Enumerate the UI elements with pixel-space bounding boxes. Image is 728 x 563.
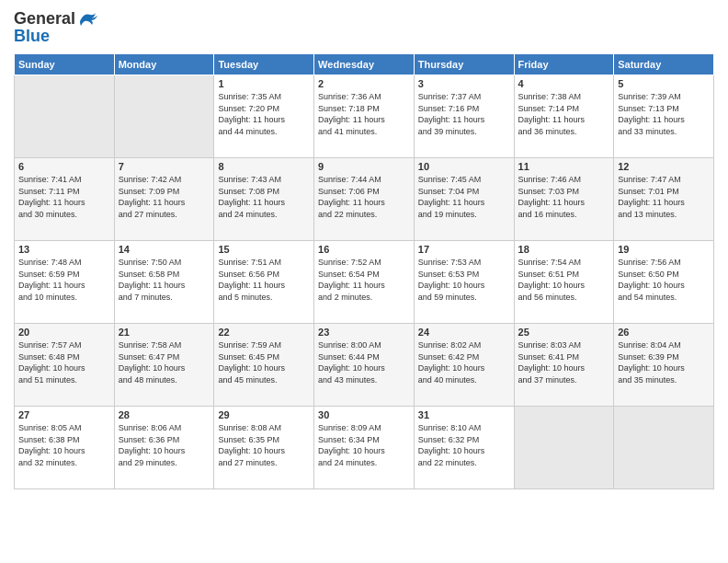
day-number: 18: [518, 244, 610, 255]
day-info: Sunrise: 8:02 AM Sunset: 6:42 PM Dayligh…: [418, 339, 510, 385]
day-number: 20: [18, 327, 110, 338]
calendar-cell: 13Sunrise: 7:48 AM Sunset: 6:59 PM Dayli…: [15, 241, 115, 324]
calendar-table: SundayMondayTuesdayWednesdayThursdayFrid…: [14, 53, 714, 489]
calendar-week-row: 13Sunrise: 7:48 AM Sunset: 6:59 PM Dayli…: [15, 241, 714, 324]
day-number: 10: [418, 161, 510, 172]
calendar-cell: 2Sunrise: 7:36 AM Sunset: 7:18 PM Daylig…: [314, 75, 415, 158]
day-info: Sunrise: 8:08 AM Sunset: 6:35 PM Dayligh…: [218, 422, 310, 468]
day-number: 17: [418, 244, 510, 255]
weekday-header-row: SundayMondayTuesdayWednesdayThursdayFrid…: [15, 54, 714, 75]
day-info: Sunrise: 7:52 AM Sunset: 6:54 PM Dayligh…: [318, 257, 410, 303]
day-info: Sunrise: 7:51 AM Sunset: 6:56 PM Dayligh…: [218, 257, 310, 303]
header: General Blue: [14, 9, 714, 46]
calendar-cell: 8Sunrise: 7:43 AM Sunset: 7:08 PM Daylig…: [214, 158, 314, 241]
day-info: Sunrise: 7:48 AM Sunset: 6:59 PM Dayligh…: [18, 257, 110, 303]
calendar-cell: 27Sunrise: 8:05 AM Sunset: 6:38 PM Dayli…: [15, 407, 115, 489]
day-info: Sunrise: 8:03 AM Sunset: 6:41 PM Dayligh…: [518, 339, 610, 385]
day-number: 8: [218, 161, 310, 172]
day-info: Sunrise: 7:39 AM Sunset: 7:13 PM Dayligh…: [618, 91, 710, 137]
calendar-cell: 9Sunrise: 7:44 AM Sunset: 7:06 PM Daylig…: [314, 158, 415, 241]
calendar-cell: 10Sunrise: 7:45 AM Sunset: 7:04 PM Dayli…: [414, 158, 514, 241]
day-number: 13: [18, 244, 110, 255]
day-number: 7: [119, 161, 210, 172]
day-info: Sunrise: 7:46 AM Sunset: 7:03 PM Dayligh…: [518, 174, 610, 220]
logo: General Blue: [14, 9, 97, 46]
calendar-cell: 11Sunrise: 7:46 AM Sunset: 7:03 PM Dayli…: [514, 158, 614, 241]
calendar-cell: 18Sunrise: 7:54 AM Sunset: 6:51 PM Dayli…: [514, 241, 614, 324]
day-info: Sunrise: 7:38 AM Sunset: 7:14 PM Dayligh…: [518, 91, 610, 137]
calendar-cell: 29Sunrise: 8:08 AM Sunset: 6:35 PM Dayli…: [214, 407, 314, 489]
calendar-cell: [614, 407, 714, 489]
day-info: Sunrise: 8:10 AM Sunset: 6:32 PM Dayligh…: [418, 422, 510, 468]
weekday-header-monday: Monday: [114, 54, 214, 75]
calendar-cell: 19Sunrise: 7:56 AM Sunset: 6:50 PM Dayli…: [614, 241, 714, 324]
weekday-header-sunday: Sunday: [15, 54, 115, 75]
calendar-week-row: 27Sunrise: 8:05 AM Sunset: 6:38 PM Dayli…: [15, 407, 714, 489]
day-number: 1: [218, 78, 310, 89]
calendar-cell: 1Sunrise: 7:35 AM Sunset: 7:20 PM Daylig…: [214, 75, 314, 158]
calendar-cell: 28Sunrise: 8:06 AM Sunset: 6:36 PM Dayli…: [114, 407, 214, 489]
day-info: Sunrise: 8:06 AM Sunset: 6:36 PM Dayligh…: [119, 422, 210, 468]
calendar-cell: 6Sunrise: 7:41 AM Sunset: 7:11 PM Daylig…: [15, 158, 115, 241]
day-number: 26: [618, 327, 710, 338]
day-info: Sunrise: 8:04 AM Sunset: 6:39 PM Dayligh…: [618, 339, 710, 385]
calendar-cell: 21Sunrise: 7:58 AM Sunset: 6:47 PM Dayli…: [114, 324, 214, 407]
day-number: 21: [119, 327, 210, 338]
day-info: Sunrise: 7:56 AM Sunset: 6:50 PM Dayligh…: [618, 257, 710, 303]
calendar-cell: 7Sunrise: 7:42 AM Sunset: 7:09 PM Daylig…: [114, 158, 214, 241]
day-number: 15: [218, 244, 310, 255]
day-number: 19: [618, 244, 710, 255]
weekday-header-saturday: Saturday: [614, 54, 714, 75]
day-number: 22: [218, 327, 310, 338]
calendar-cell: [514, 407, 614, 489]
day-info: Sunrise: 7:53 AM Sunset: 6:53 PM Dayligh…: [418, 257, 510, 303]
weekday-header-thursday: Thursday: [414, 54, 514, 75]
calendar-cell: 22Sunrise: 7:59 AM Sunset: 6:45 PM Dayli…: [214, 324, 314, 407]
day-number: 12: [618, 161, 710, 172]
day-number: 23: [318, 327, 410, 338]
day-info: Sunrise: 8:00 AM Sunset: 6:44 PM Dayligh…: [318, 339, 410, 385]
logo-blue: Blue: [14, 27, 50, 46]
calendar-cell: 24Sunrise: 8:02 AM Sunset: 6:42 PM Dayli…: [414, 324, 514, 407]
page: General Blue SundayMondayTuesdayWednesda…: [0, 0, 728, 563]
logo-general: General: [14, 9, 75, 29]
logo-bird-icon: [77, 11, 97, 28]
day-number: 29: [218, 409, 310, 420]
calendar-cell: 3Sunrise: 7:37 AM Sunset: 7:16 PM Daylig…: [414, 75, 514, 158]
day-number: 31: [418, 409, 510, 420]
calendar-cell: 5Sunrise: 7:39 AM Sunset: 7:13 PM Daylig…: [614, 75, 714, 158]
day-number: 28: [119, 409, 210, 420]
day-number: 11: [518, 161, 610, 172]
calendar-cell: 17Sunrise: 7:53 AM Sunset: 6:53 PM Dayli…: [414, 241, 514, 324]
calendar-cell: [15, 75, 115, 158]
calendar-cell: 12Sunrise: 7:47 AM Sunset: 7:01 PM Dayli…: [614, 158, 714, 241]
day-number: 9: [318, 161, 410, 172]
day-info: Sunrise: 7:45 AM Sunset: 7:04 PM Dayligh…: [418, 174, 510, 220]
calendar-cell: 25Sunrise: 8:03 AM Sunset: 6:41 PM Dayli…: [514, 324, 614, 407]
day-info: Sunrise: 7:57 AM Sunset: 6:48 PM Dayligh…: [18, 339, 110, 385]
day-number: 14: [119, 244, 210, 255]
calendar-cell: 16Sunrise: 7:52 AM Sunset: 6:54 PM Dayli…: [314, 241, 415, 324]
day-info: Sunrise: 7:50 AM Sunset: 6:58 PM Dayligh…: [119, 257, 210, 303]
day-number: 25: [518, 327, 610, 338]
day-info: Sunrise: 8:09 AM Sunset: 6:34 PM Dayligh…: [318, 422, 410, 468]
day-number: 16: [318, 244, 410, 255]
day-number: 2: [318, 78, 410, 89]
day-info: Sunrise: 7:44 AM Sunset: 7:06 PM Dayligh…: [318, 174, 410, 220]
weekday-header-wednesday: Wednesday: [314, 54, 415, 75]
day-number: 5: [618, 78, 710, 89]
weekday-header-friday: Friday: [514, 54, 614, 75]
day-number: 27: [18, 409, 110, 420]
calendar-week-row: 6Sunrise: 7:41 AM Sunset: 7:11 PM Daylig…: [15, 158, 714, 241]
calendar-cell: 4Sunrise: 7:38 AM Sunset: 7:14 PM Daylig…: [514, 75, 614, 158]
weekday-header-tuesday: Tuesday: [214, 54, 314, 75]
day-info: Sunrise: 7:47 AM Sunset: 7:01 PM Dayligh…: [618, 174, 710, 220]
day-number: 3: [418, 78, 510, 89]
calendar-week-row: 20Sunrise: 7:57 AM Sunset: 6:48 PM Dayli…: [15, 324, 714, 407]
day-info: Sunrise: 7:59 AM Sunset: 6:45 PM Dayligh…: [218, 339, 310, 385]
day-info: Sunrise: 7:54 AM Sunset: 6:51 PM Dayligh…: [518, 257, 610, 303]
day-info: Sunrise: 7:43 AM Sunset: 7:08 PM Dayligh…: [218, 174, 310, 220]
day-number: 30: [318, 409, 410, 420]
calendar-cell: 15Sunrise: 7:51 AM Sunset: 6:56 PM Dayli…: [214, 241, 314, 324]
day-info: Sunrise: 7:35 AM Sunset: 7:20 PM Dayligh…: [218, 91, 310, 137]
